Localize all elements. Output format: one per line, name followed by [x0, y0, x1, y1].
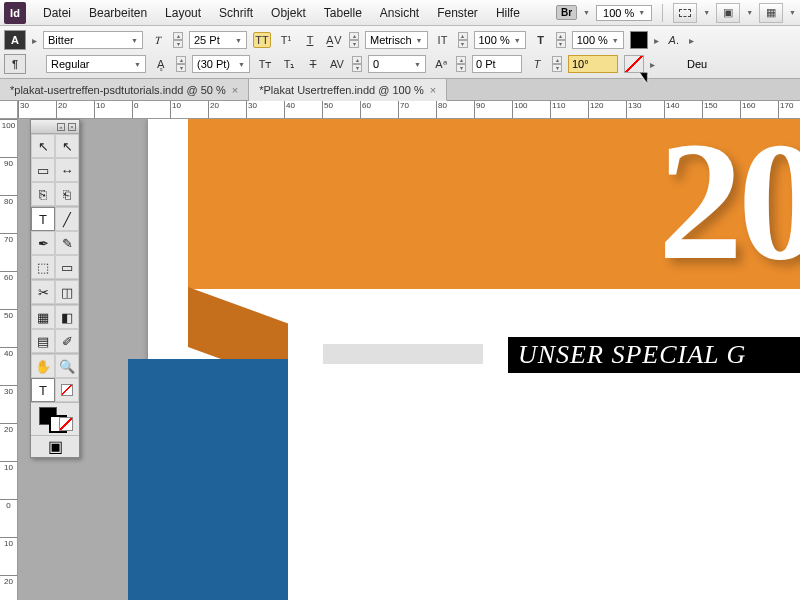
tool-note[interactable]: ▤ [31, 329, 55, 353]
all-caps-toggle[interactable]: TT [253, 32, 271, 48]
char-style-icon: A. [665, 32, 683, 48]
font-style-dropdown[interactable]: Regular ▼ [46, 55, 146, 73]
chevron-down-icon[interactable]: ▼ [583, 9, 590, 16]
font-size-stepper[interactable]: ▴▾ [173, 32, 183, 48]
font-size-dropdown[interactable]: 25 Pt ▼ [189, 31, 247, 49]
tool-hand[interactable]: ✋ [31, 354, 55, 378]
tool-line[interactable]: ╱ [55, 207, 79, 231]
ruler-tick: 10 [0, 461, 17, 472]
menu-datei[interactable]: Datei [34, 6, 80, 20]
kerning-stepper[interactable]: ▴▾ [349, 32, 359, 48]
menu-bearbeiten[interactable]: Bearbeiten [80, 6, 156, 20]
blue-block-shape[interactable] [128, 359, 288, 600]
ruler-tick: 90 [474, 101, 485, 118]
tool-rect-frame[interactable]: ⬚ [31, 255, 55, 279]
tool-gradient-feather[interactable]: ◧ [55, 305, 79, 329]
tool-scissors[interactable]: ✂ [31, 280, 55, 304]
skew-stepper[interactable]: ▴▾ [552, 56, 562, 72]
chevron-down-icon[interactable]: ▼ [703, 9, 710, 16]
tool-eyedropper[interactable]: ✐ [55, 329, 79, 353]
vscale-stepper[interactable]: ▴▾ [458, 32, 468, 48]
ruler-tick: 110 [550, 101, 565, 118]
canvas[interactable]: 201 UNSER SPECIAL G [18, 119, 800, 600]
view-options-button[interactable] [673, 3, 697, 23]
grey-placeholder-shape[interactable] [323, 344, 483, 364]
font-style-value: Regular [51, 58, 90, 70]
ruler-origin[interactable] [0, 101, 18, 119]
tool-direct-select[interactable]: ↖ [55, 134, 79, 158]
tool-rect[interactable]: ▭ [55, 255, 79, 279]
year-text[interactable]: 201 [658, 119, 800, 299]
character-mode-icon[interactable]: A [4, 30, 26, 50]
ruler-tick: 100 [0, 119, 17, 130]
chevron-right-icon[interactable]: ▸ [689, 35, 694, 46]
stroke-none-swatch[interactable] [624, 55, 644, 73]
kerning-icon: A̲V [325, 32, 343, 48]
document-tab[interactable]: *Plakat Usertreffen.indd @ 100 % × [249, 79, 447, 101]
tool-content-placer[interactable]: ⎗ [55, 182, 79, 206]
kerning-dropdown[interactable]: Metrisch ▼ [365, 31, 428, 49]
tool-selection[interactable]: ↖ [31, 134, 55, 158]
superscript-toggle[interactable]: T¹ [277, 32, 295, 48]
baseline-input[interactable]: 0 Pt [472, 55, 522, 73]
menu-objekt[interactable]: Objekt [262, 6, 315, 20]
tool-gradient-swatch[interactable]: ▦ [31, 305, 55, 329]
skew-input[interactable]: 10° [568, 55, 618, 73]
collapse-icon[interactable]: « [57, 123, 65, 131]
none-swatch[interactable] [59, 417, 73, 431]
hscale-stepper[interactable]: ▴▾ [556, 32, 566, 48]
menu-hilfe[interactable]: Hilfe [487, 6, 529, 20]
tool-free-transform[interactable]: ◫ [55, 280, 79, 304]
leading-stepper[interactable]: ▴▾ [176, 56, 186, 72]
chevron-down-icon[interactable]: ▼ [746, 9, 753, 16]
menu-ansicht[interactable]: Ansicht [371, 6, 428, 20]
tool-content-collector[interactable]: ⎘ [31, 182, 55, 206]
ruler-tick: 60 [360, 101, 371, 118]
ruler-tick: 160 [740, 101, 755, 118]
fill-color-swatch[interactable] [630, 31, 648, 49]
format-fill-text[interactable]: T [31, 378, 55, 402]
menu-layout[interactable]: Layout [156, 6, 210, 20]
menu-fenster[interactable]: Fenster [428, 6, 487, 20]
tool-pencil[interactable]: ✎ [55, 231, 79, 255]
special-text-frame[interactable]: UNSER SPECIAL G [508, 337, 800, 373]
tracking-dropdown[interactable]: 0 ▼ [368, 55, 426, 73]
panel-header[interactable]: « × [31, 120, 79, 134]
view-mode-toggle[interactable]: ▣ [31, 435, 79, 457]
tracking-value: 0 [373, 58, 379, 70]
page[interactable]: 201 UNSER SPECIAL G [148, 119, 800, 600]
zoom-level-dropdown[interactable]: 100 % ▼ [596, 5, 652, 21]
tool-gap[interactable]: ↔ [55, 158, 79, 182]
vscale-dropdown[interactable]: 100 % ▼ [474, 31, 526, 49]
tool-page[interactable]: ▭ [31, 158, 55, 182]
close-icon[interactable]: × [430, 84, 436, 96]
menu-tabelle[interactable]: Tabelle [315, 6, 371, 20]
subscript-toggle[interactable]: T₁ [280, 56, 298, 72]
screen-mode-button[interactable]: ▣ [716, 3, 740, 23]
document-tab[interactable]: *plakat-usertreffen-psdtutorials.indd @ … [0, 79, 249, 100]
chevron-down-icon[interactable]: ▼ [789, 9, 796, 16]
tracking-stepper[interactable]: ▴▾ [352, 56, 362, 72]
close-icon[interactable]: × [232, 84, 238, 96]
vertical-ruler[interactable]: 10090807060504030201001020 [0, 119, 18, 600]
font-family-dropdown[interactable]: Bitter ▼ [43, 31, 143, 49]
tool-pen[interactable]: ✒ [31, 231, 55, 255]
bridge-button[interactable]: Br [556, 5, 577, 20]
hscale-dropdown[interactable]: 100 % ▼ [572, 31, 624, 49]
strikethrough-toggle[interactable]: T [304, 56, 322, 72]
horizontal-ruler[interactable]: 3020100102030405060708090100110120130140… [18, 101, 800, 119]
underline-toggle[interactable]: T [301, 32, 319, 48]
baseline-stepper[interactable]: ▴▾ [456, 56, 466, 72]
menu-schrift[interactable]: Schrift [210, 6, 262, 20]
close-icon[interactable]: × [68, 123, 76, 131]
leading-dropdown[interactable]: (30 Pt) ▼ [192, 55, 250, 73]
ruler-tick: 170 [778, 101, 793, 118]
small-caps-toggle[interactable]: Tᴛ [256, 56, 274, 72]
paragraph-mode-icon[interactable]: ¶ [4, 54, 26, 74]
ruler-tick: 20 [208, 101, 219, 118]
tool-type[interactable]: T [31, 207, 55, 231]
arrange-button[interactable]: ▦ [759, 3, 783, 23]
fill-stroke-proxy[interactable] [31, 403, 79, 435]
tool-zoom[interactable]: 🔍 [55, 354, 79, 378]
format-stroke-text[interactable] [55, 378, 79, 402]
